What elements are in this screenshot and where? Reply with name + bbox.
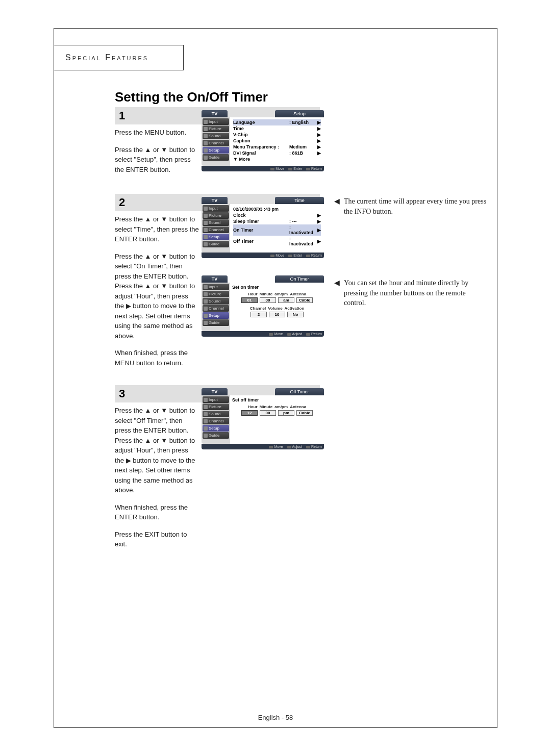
hint: Move	[269, 445, 283, 448]
osd-tv-tab: TV	[202, 275, 228, 283]
menu-row: DVI Signal: 861B▶	[233, 150, 321, 156]
side-note-numbers: ◀ You can set the hour and minute direct…	[334, 278, 487, 308]
sidebar-item: Setup	[203, 234, 229, 240]
sidebar-item: Input	[203, 205, 229, 212]
sidebar-item: Input	[203, 284, 229, 290]
osd-tv-tab: TV	[202, 388, 228, 395]
osd-sidebar: Input Picture Sound Channel Setup Guide	[202, 283, 230, 331]
triangle-left-icon: ◀	[334, 196, 340, 216]
sidebar-item: Input	[203, 118, 229, 125]
osd-sidebar: Input Picture Sound Channel Setup Guide	[202, 204, 230, 253]
osd-footer: Move Enter Return	[202, 166, 324, 171]
minute-value: 00	[260, 410, 276, 416]
osd-title-tab: Time	[275, 197, 324, 204]
hour-value: 12	[241, 410, 258, 416]
note-text: You can set the hour and minute directly…	[344, 278, 487, 308]
sidebar-item: Input	[203, 396, 229, 403]
hint: Return	[306, 167, 322, 170]
activation-value: No	[287, 312, 304, 317]
sidebar-item: Sound	[203, 298, 229, 305]
sidebar-item: Setup	[203, 147, 229, 154]
osd-setup: TV Setup Input Picture Sound Channel Set…	[202, 110, 324, 171]
sidebar-item: Channel	[203, 418, 229, 424]
sidebar-item: Channel	[203, 226, 229, 233]
osd-tv-tab: TV	[202, 110, 228, 117]
menu-row: ▼ More	[233, 156, 321, 162]
section-header: Special Features	[65, 53, 148, 62]
osd-sidebar: Input Picture Sound Channel Setup Guide	[202, 395, 230, 444]
osd-title-tab: On Timer	[275, 275, 324, 283]
timer-panel: Set on timer Hour Minute am/pm Antenna 0…	[230, 283, 324, 331]
hint: Return	[306, 332, 322, 336]
sidebar-item: Guide	[203, 154, 229, 161]
sidebar-item: Sound	[203, 133, 229, 139]
antenna-value: Cable	[296, 410, 313, 416]
hint: Enter	[288, 254, 302, 257]
menu-row: Time▶	[233, 125, 321, 132]
menu-row: Off Timer: Inactivated▶	[233, 236, 321, 247]
osd-sidebar: Input Picture Sound Channel Setup Guide	[202, 117, 230, 166]
sidebar-item: Channel	[203, 305, 229, 312]
step-text: Press the MENU button. Press the ▲ or ▼ …	[115, 128, 199, 174]
section-header-box: Special Features	[54, 45, 184, 70]
sidebar-item: Setup	[203, 425, 229, 432]
step-1: 1 Press the MENU button. Press the ▲ or …	[115, 107, 492, 182]
ampm-value: am	[278, 297, 294, 303]
menu-row: Caption▶	[233, 138, 321, 144]
timer-title: Set off timer	[232, 397, 322, 402]
sidebar-item: Guide	[203, 241, 229, 247]
triangle-left-icon: ◀	[334, 278, 340, 308]
step-3: 3 Press the ▲ or ▼ button to select "Off…	[115, 385, 492, 557]
datetime: 02/10/2003/03 :43 pm	[233, 206, 321, 212]
menu-row: V-Chip▶	[233, 132, 321, 138]
osd-title-tab: Setup	[275, 110, 324, 117]
note-text: The current time will appear every time …	[344, 196, 487, 216]
instruction: Press the ▲ or ▼ button to select "Off T…	[115, 406, 199, 495]
channel-value: 2	[251, 312, 267, 317]
hint: Adjust	[287, 332, 302, 336]
sidebar-item: Guide	[203, 432, 229, 439]
instruction: Press the EXIT button to exit.	[115, 530, 199, 549]
menu-row: Menu Transparency :Medium▶	[233, 144, 321, 150]
page-title: Setting the On/Off Timer	[115, 89, 268, 105]
sidebar-item: Picture	[203, 125, 229, 132]
step-text: Press the ▲ or ▼ button to select "Time"…	[115, 214, 199, 368]
instruction: Press the ▲ or ▼ button to select "Setup…	[115, 145, 199, 175]
sidebar-item: Picture	[203, 404, 229, 410]
hint: Move	[270, 167, 284, 170]
instruction: Press the ▲ or ▼ button to select "Time"…	[115, 214, 199, 244]
osd-tv-tab: TV	[202, 197, 228, 204]
ampm-value: pm	[278, 410, 294, 416]
sidebar-item: Sound	[203, 411, 229, 417]
sidebar-item: Setup	[203, 312, 229, 319]
osd-title-tab: Off Timer	[275, 388, 324, 395]
osd-footer: Move Adjust Return	[202, 444, 324, 449]
menu-row: Clock▶	[233, 212, 321, 218]
hour-value: 01	[241, 297, 258, 303]
osd-footer: Move Enter Return	[202, 253, 324, 258]
osd-main: 02/10/2003/03 :43 pm Clock▶ Sleep Timer:…	[230, 204, 324, 253]
instruction: When finished, press the MENU button to …	[115, 348, 199, 368]
menu-row: On Timer: Inactivated▶	[233, 224, 321, 236]
instruction: Press the ▲ or ▼ button to select "On Ti…	[115, 251, 199, 341]
osd-footer: Move Adjust Return	[202, 331, 324, 337]
hint: Return	[306, 445, 322, 448]
sidebar-item: Picture	[203, 212, 229, 219]
timer-panel: Set off timer Hour Minute am/pm Antenna …	[230, 395, 324, 444]
sidebar-item: Guide	[203, 319, 229, 326]
step-text: Press the ▲ or ▼ button to select "Off T…	[115, 406, 199, 549]
sidebar-item: Sound	[203, 219, 229, 226]
timer-title: Set on timer	[232, 285, 322, 290]
hint: Move	[269, 332, 283, 336]
volume-value: 10	[269, 312, 285, 317]
osd-on-timer: TV On Timer Input Picture Sound Channel …	[202, 275, 324, 337]
menu-row: Language: English▶	[233, 119, 321, 125]
hint: Move	[270, 254, 284, 257]
osd-main: Language: English▶ Time▶ V-Chip▶ Caption…	[230, 117, 324, 166]
page-footer: English - 58	[0, 714, 551, 721]
menu-row: Sleep Timer: ---▶	[233, 218, 321, 224]
instruction: When finished, press the ENTER button.	[115, 502, 199, 522]
hint: Adjust	[287, 445, 302, 448]
sidebar-item: Channel	[203, 140, 229, 146]
minute-value: 00	[260, 297, 276, 303]
